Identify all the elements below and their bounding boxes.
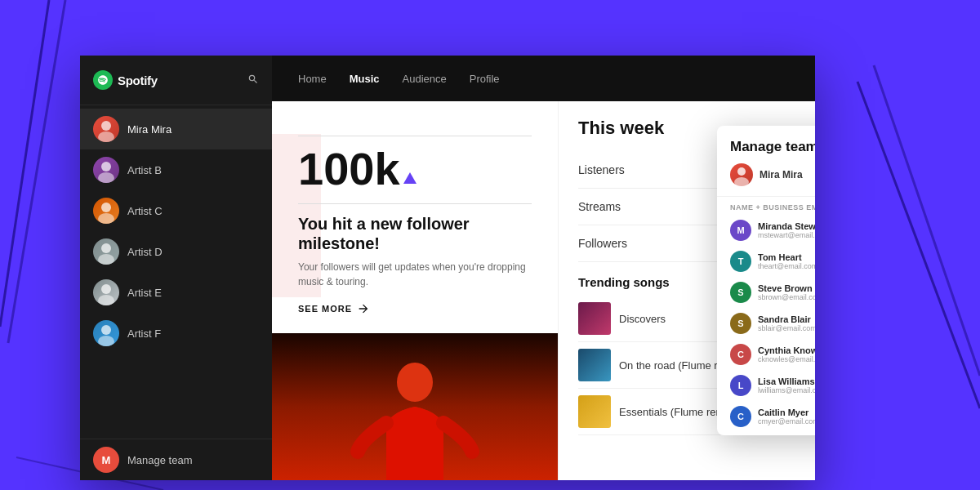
member-email-0: mstewart@email.com — [758, 231, 815, 239]
follower-stat: 100k — [298, 146, 532, 192]
svg-point-5 — [101, 121, 111, 131]
member-email-2: sbrown@email.com — [758, 293, 815, 301]
member-avatar-4: C — [730, 344, 751, 365]
member-email-6: cmyer@email.com — [758, 417, 815, 425]
sidebar-manage-team[interactable]: M Manage team — [80, 439, 272, 480]
main-content: Home Music Audience Profile 100k You hit… — [272, 56, 815, 480]
main-nav: Home Music Audience Profile — [272, 56, 815, 101]
nav-profile[interactable]: Profile — [470, 69, 500, 88]
svg-point-11 — [101, 243, 111, 253]
team-member-row-6[interactable]: C Caitlin Myer cmyer@email.com ··· — [717, 401, 815, 432]
avatar-mira-mira — [93, 116, 119, 142]
stat-number-text: 100k — [298, 146, 400, 192]
avatar-artist-d — [93, 238, 119, 265]
team-member-row-4[interactable]: C Cynthia Knowles cknowles@email.com ··· — [717, 339, 815, 370]
sidebar-item-artist-f[interactable]: Artist F — [80, 313, 272, 354]
svg-line-2 — [858, 82, 980, 408]
team-member-row-5[interactable]: L Lisa Williams lwilliams@email.com ··· — [717, 370, 815, 401]
member-name-0: Miranda Stewart — [758, 221, 815, 231]
avatar-manage: M — [93, 447, 119, 473]
avatar-artist-c — [93, 198, 119, 224]
member-avatar-2: S — [730, 282, 751, 303]
svg-point-15 — [101, 325, 111, 335]
member-info-1: Tom Heart theart@email.com — [758, 252, 815, 270]
member-avatar-5: L — [730, 375, 751, 396]
song-art-essentials — [578, 395, 611, 428]
left-panel: 100k You hit a new follower milestone! Y… — [272, 101, 558, 480]
svg-point-19 — [737, 167, 746, 176]
member-info-0: Miranda Stewart mstewart@email.com — [758, 221, 815, 239]
member-avatar-0: M — [730, 220, 751, 241]
member-email-4: cknowles@email.com — [758, 355, 815, 363]
sidebar: Spotify Mira Mira Artist B — [80, 56, 272, 480]
manage-owner-name: Mira Mira — [760, 169, 803, 180]
sidebar-artist-name-3: Artist D — [127, 246, 163, 258]
member-info-6: Caitlin Myer cmyer@email.com — [758, 408, 815, 425]
member-avatar-1: T — [730, 251, 751, 272]
manage-team-card: Manage team Mira Mira NAME + BUSINESS EM… — [717, 126, 815, 435]
see-more-link[interactable]: SEE MORE — [298, 302, 532, 315]
song-name-0: Discovers — [619, 313, 666, 325]
sidebar-item-mira-mira[interactable]: Mira Mira — [80, 109, 272, 149]
stat-label-listeners: Listeners — [578, 163, 625, 176]
team-member-row-2[interactable]: S Steve Brown sbrown@email.com ··· — [717, 277, 815, 308]
member-info-4: Cynthia Knowles cknowles@email.com — [758, 345, 815, 363]
sidebar-item-artist-d[interactable]: Artist D — [80, 231, 272, 272]
manage-team-card-title: Manage team — [730, 139, 815, 155]
sidebar-header: Spotify — [80, 56, 272, 105]
stat-label-followers: Followers — [578, 237, 627, 250]
stat-triangle-icon — [403, 172, 416, 184]
team-member-row-0[interactable]: M Miranda Stewart mstewart@email.com ··· — [717, 215, 815, 246]
milestone-desc: Your followers will get updates when you… — [298, 260, 532, 289]
artist-photo — [272, 333, 558, 480]
nav-audience[interactable]: Audience — [403, 69, 447, 88]
nav-home[interactable]: Home — [298, 69, 327, 88]
sidebar-artist-list: Mira Mira Artist B Artist C Artist D — [80, 105, 272, 439]
member-email-5: lwilliams@email.com — [758, 386, 815, 394]
stat-label-streams: Streams — [578, 200, 621, 213]
member-name-5: Lisa Williams — [758, 376, 815, 386]
avatar-artist-e — [93, 279, 119, 305]
svg-line-1 — [8, 0, 65, 343]
svg-point-12 — [98, 254, 114, 265]
svg-point-16 — [98, 336, 114, 346]
svg-point-18 — [397, 363, 433, 402]
manage-owner-row: Mira Mira — [730, 163, 815, 186]
see-more-label: SEE MORE — [298, 304, 352, 314]
sidebar-artist-name-1: Artist B — [127, 164, 162, 176]
member-info-2: Steve Brown sbrown@email.com — [758, 283, 815, 301]
member-name-6: Caitlin Myer — [758, 408, 815, 417]
team-member-row-3[interactable]: S Sandra Blair sblair@email.com ··· — [717, 308, 815, 339]
member-name-2: Steve Brown — [758, 283, 815, 293]
member-info-3: Sandra Blair sblair@email.com — [758, 314, 815, 332]
milestone-title: You hit a new follower milestone! — [298, 214, 532, 253]
team-header-name-label: NAME + BUSINESS EMAIL — [730, 203, 815, 212]
sidebar-artist-name-5: Artist F — [127, 327, 161, 340]
avatar-artist-b — [93, 157, 119, 183]
avatar-artist-f — [93, 320, 119, 346]
member-name-4: Cynthia Knowles — [758, 345, 815, 355]
sidebar-item-artist-e[interactable]: Artist E — [80, 272, 272, 313]
member-email-1: theart@email.com — [758, 262, 815, 270]
sidebar-artist-name-0: Mira Mira — [127, 123, 172, 136]
sidebar-item-artist-b[interactable]: Artist B — [80, 149, 272, 190]
milestone-section: 100k You hit a new follower milestone! Y… — [298, 136, 532, 315]
member-email-3: sblair@email.com — [758, 324, 815, 332]
member-avatar-3: S — [730, 313, 751, 334]
team-member-row-1[interactable]: T Tom Heart theart@email.com ··· — [717, 246, 815, 277]
app-container: Spotify Mira Mira Artist B — [80, 56, 815, 480]
svg-point-20 — [734, 177, 749, 186]
milestone-divider-bottom — [298, 203, 532, 204]
svg-point-14 — [98, 295, 114, 305]
svg-line-0 — [0, 0, 49, 327]
nav-music[interactable]: Music — [350, 69, 380, 88]
content-area: 100k You hit a new follower milestone! Y… — [272, 101, 815, 480]
logo-text: Spotify — [118, 74, 158, 87]
search-button[interactable] — [247, 74, 259, 87]
svg-point-6 — [98, 131, 114, 142]
svg-line-3 — [874, 65, 980, 376]
svg-point-7 — [101, 162, 111, 172]
member-name-3: Sandra Blair — [758, 314, 815, 324]
song-art-on-the-road — [578, 349, 611, 381]
sidebar-item-artist-c[interactable]: Artist C — [80, 190, 272, 231]
